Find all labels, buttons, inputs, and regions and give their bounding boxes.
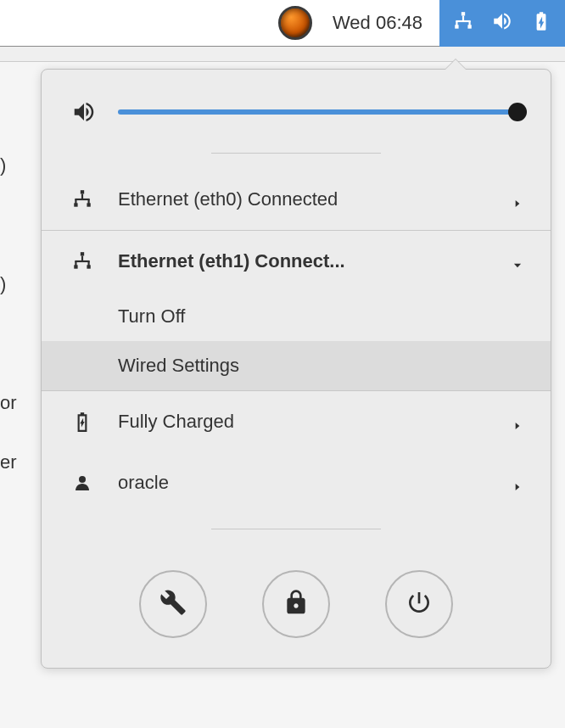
lock-button[interactable] [262, 570, 330, 638]
svg-rect-19 [75, 261, 76, 266]
power-icon [406, 589, 433, 619]
network-icon [67, 246, 98, 277]
system-menu-popup: Ethernet (eth0) Connected Ethernet (eth1… [41, 69, 551, 669]
slider-track [118, 109, 525, 115]
clock-label[interactable]: Wed 06:48 [333, 12, 422, 34]
lock-icon [282, 589, 310, 619]
network-tray-icon [452, 10, 474, 36]
top-bar: Wed 06:48 [0, 0, 565, 47]
volume-tray-icon [491, 10, 513, 36]
svg-rect-6 [469, 21, 471, 25]
battery-tray-icon [530, 10, 552, 36]
wired-settings-item[interactable]: Wired Settings [42, 341, 551, 390]
svg-rect-18 [75, 260, 89, 262]
eth0-label: Ethernet (eth0) Connected [118, 188, 491, 210]
power-button[interactable] [385, 570, 453, 638]
battery-row[interactable]: Fully Charged [42, 391, 551, 452]
chevron-right-icon [512, 193, 525, 206]
svg-rect-11 [75, 199, 89, 200]
action-row [42, 545, 551, 668]
ethernet-eth1-row[interactable]: Ethernet (eth1) Connect... [42, 231, 551, 292]
svg-rect-12 [75, 199, 76, 204]
network-icon [67, 184, 98, 215]
ethernet-eth0-row[interactable]: Ethernet (eth0) Connected [42, 169, 551, 230]
separator [211, 153, 381, 154]
chevron-right-icon [512, 415, 525, 428]
svg-rect-4 [456, 20, 470, 22]
svg-point-22 [79, 476, 86, 483]
user-icon [67, 468, 98, 498]
battery-icon [67, 406, 98, 437]
tools-icon [159, 589, 187, 619]
background-partial-text: ) ) or er [0, 136, 17, 492]
chevron-right-icon [512, 476, 525, 490]
svg-rect-14 [81, 252, 84, 255]
os-logo-icon [278, 6, 312, 40]
toolbar-shelf [0, 47, 565, 62]
volume-row [42, 70, 551, 137]
system-tray[interactable] [439, 0, 565, 47]
user-label: oracle [118, 472, 491, 494]
slider-thumb[interactable] [508, 103, 527, 121]
svg-rect-20 [88, 261, 90, 266]
separator [211, 529, 381, 529]
svg-rect-0 [462, 12, 465, 15]
user-row[interactable]: oracle [42, 452, 551, 513]
eth1-label: Ethernet (eth1) Connect... [118, 250, 491, 272]
volume-icon [67, 95, 101, 129]
chevron-down-icon [512, 255, 525, 268]
svg-rect-7 [81, 190, 84, 193]
svg-rect-5 [456, 21, 457, 25]
svg-rect-21 [81, 412, 84, 415]
settings-button[interactable] [139, 570, 207, 638]
volume-slider[interactable] [118, 104, 525, 120]
battery-label: Fully Charged [118, 411, 491, 433]
svg-rect-13 [88, 199, 90, 204]
turn-off-item[interactable]: Turn Off [42, 292, 551, 341]
